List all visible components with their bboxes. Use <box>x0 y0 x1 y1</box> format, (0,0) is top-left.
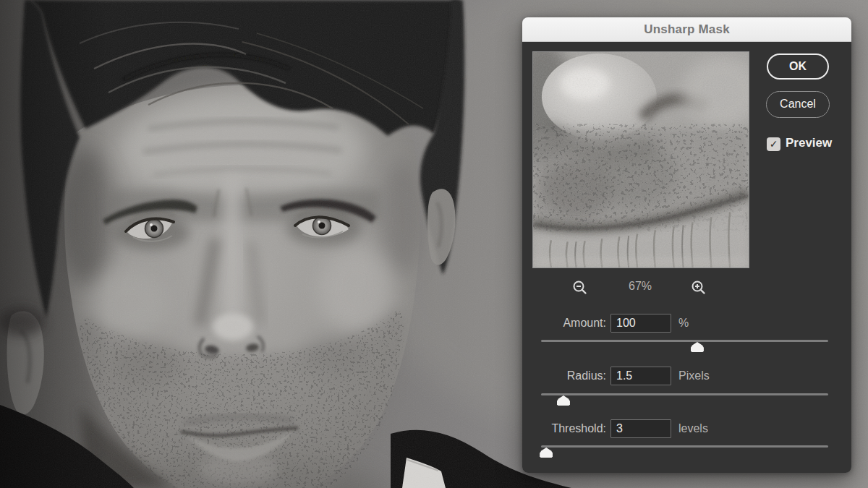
radius-row: Radius: Pixels <box>522 367 851 385</box>
amount-label: Amount: <box>522 314 606 333</box>
radius-unit: Pixels <box>678 367 710 385</box>
threshold-slider-track[interactable] <box>541 445 828 448</box>
preview-checkbox[interactable]: ✓ <box>767 137 780 151</box>
cancel-button[interactable]: Cancel <box>766 91 830 118</box>
radius-input[interactable] <box>610 367 671 385</box>
filter-preview-thumbnail[interactable] <box>532 51 749 268</box>
radius-label: Radius: <box>522 367 606 385</box>
photoshop-workspace: Unsharp Mask <box>0 0 868 488</box>
zoom-out-button[interactable] <box>571 279 589 296</box>
threshold-label: Threshold: <box>522 419 606 438</box>
preview-zoom-controls: 67% <box>522 278 760 296</box>
threshold-slider-handle[interactable] <box>540 448 553 458</box>
dialog-title: Unsharp Mask <box>644 22 730 36</box>
magnifier-plus-icon <box>690 279 707 296</box>
radius-slider <box>541 393 828 408</box>
ok-button[interactable]: OK <box>767 53 829 80</box>
threshold-unit: levels <box>678 419 708 438</box>
amount-slider <box>541 340 828 354</box>
zoom-in-button[interactable] <box>690 279 707 296</box>
dialog-body: 67% Amount: % <box>522 42 851 473</box>
radius-slider-handle[interactable] <box>557 395 570 406</box>
radius-slider-track[interactable] <box>541 393 828 395</box>
threshold-input[interactable] <box>610 419 671 438</box>
dialog-titlebar[interactable]: Unsharp Mask <box>522 17 851 42</box>
preview-checkbox-label[interactable]: Preview <box>786 136 832 150</box>
amount-slider-track[interactable] <box>541 340 828 342</box>
threshold-row: Threshold: levels <box>522 419 851 438</box>
preview-image-nose-lips <box>533 52 749 267</box>
amount-slider-handle[interactable] <box>691 342 704 352</box>
magnifier-minus-icon <box>571 279 589 296</box>
threshold-slider <box>541 445 828 460</box>
zoom-level-value: 67% <box>616 280 664 293</box>
amount-input[interactable] <box>610 314 671 333</box>
amount-unit: % <box>678 314 689 333</box>
amount-row: Amount: % <box>522 314 851 333</box>
unsharp-mask-dialog: Unsharp Mask <box>522 17 851 473</box>
